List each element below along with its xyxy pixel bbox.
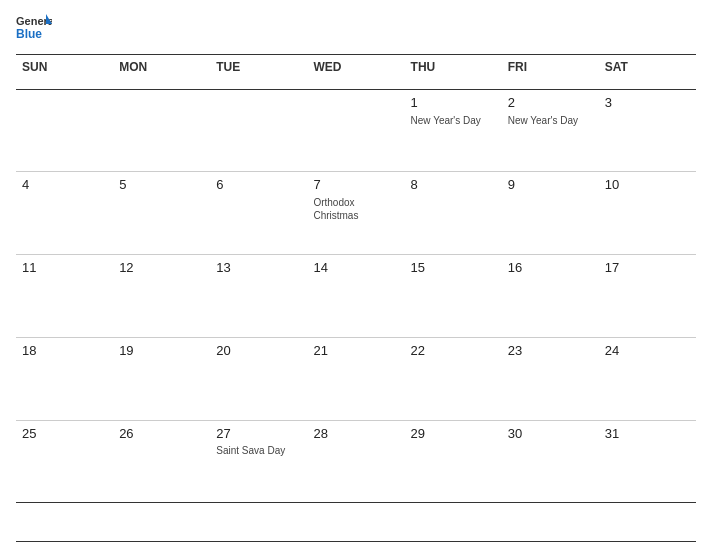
- day-number: 12: [119, 260, 133, 277]
- svg-text:Blue: Blue: [16, 27, 42, 41]
- day-number: 8: [411, 177, 418, 194]
- day-number: 26: [119, 426, 133, 443]
- day-cell: 14: [307, 255, 404, 338]
- day-cell: 1New Year's Day: [405, 90, 502, 173]
- day-cell: 11: [16, 255, 113, 338]
- day-number: 13: [216, 260, 230, 277]
- day-number: 16: [508, 260, 522, 277]
- weekday-header: SUN: [16, 55, 113, 90]
- weekday-header: THU: [405, 55, 502, 90]
- day-number: 22: [411, 343, 425, 360]
- empty-cell: [405, 503, 502, 542]
- day-number: 28: [313, 426, 327, 443]
- day-number: 10: [605, 177, 619, 194]
- day-number: 6: [216, 177, 223, 194]
- weekday-header: TUE: [210, 55, 307, 90]
- day-number: 17: [605, 260, 619, 277]
- day-event: New Year's Day: [411, 114, 481, 127]
- day-number: 1: [411, 95, 418, 112]
- calendar-container: General Blue SUNMONTUEWEDTHUFRISAT1New Y…: [0, 0, 712, 550]
- day-cell: 3: [599, 90, 696, 173]
- day-cell: 10: [599, 172, 696, 255]
- empty-cell: [210, 503, 307, 542]
- day-event: Orthodox Christmas: [313, 196, 398, 222]
- weekday-header: MON: [113, 55, 210, 90]
- day-number: 25: [22, 426, 36, 443]
- day-number: 19: [119, 343, 133, 360]
- calendar-header: General Blue: [16, 12, 696, 48]
- day-cell: 26: [113, 421, 210, 504]
- day-number: 21: [313, 343, 327, 360]
- day-cell: 9: [502, 172, 599, 255]
- day-number: 18: [22, 343, 36, 360]
- day-cell: 30: [502, 421, 599, 504]
- day-number: 23: [508, 343, 522, 360]
- weekday-header: WED: [307, 55, 404, 90]
- day-cell: 12: [113, 255, 210, 338]
- day-number: 30: [508, 426, 522, 443]
- day-cell: 6: [210, 172, 307, 255]
- day-cell: 4: [16, 172, 113, 255]
- day-number: 27: [216, 426, 230, 443]
- day-number: 5: [119, 177, 126, 194]
- logo: General Blue: [16, 12, 52, 48]
- weekday-header: FRI: [502, 55, 599, 90]
- day-cell: 19: [113, 338, 210, 421]
- day-cell: 13: [210, 255, 307, 338]
- day-number: 14: [313, 260, 327, 277]
- empty-cell: [307, 90, 404, 173]
- empty-cell: [113, 503, 210, 542]
- day-cell: 23: [502, 338, 599, 421]
- day-number: 11: [22, 260, 36, 277]
- empty-cell: [113, 90, 210, 173]
- day-number: 20: [216, 343, 230, 360]
- weekday-header: SAT: [599, 55, 696, 90]
- empty-cell: [502, 503, 599, 542]
- empty-cell: [16, 90, 113, 173]
- day-cell: 16: [502, 255, 599, 338]
- day-number: 4: [22, 177, 29, 194]
- empty-cell: [307, 503, 404, 542]
- day-cell: 18: [16, 338, 113, 421]
- day-cell: 24: [599, 338, 696, 421]
- day-cell: 15: [405, 255, 502, 338]
- day-cell: 2New Year's Day: [502, 90, 599, 173]
- logo-icon: General Blue: [16, 12, 52, 48]
- empty-cell: [599, 503, 696, 542]
- day-cell: 21: [307, 338, 404, 421]
- day-cell: 7Orthodox Christmas: [307, 172, 404, 255]
- day-event: New Year's Day: [508, 114, 578, 127]
- day-cell: 22: [405, 338, 502, 421]
- day-cell: 29: [405, 421, 502, 504]
- day-number: 15: [411, 260, 425, 277]
- day-number: 24: [605, 343, 619, 360]
- day-cell: 28: [307, 421, 404, 504]
- day-cell: 8: [405, 172, 502, 255]
- day-cell: 17: [599, 255, 696, 338]
- day-cell: 25: [16, 421, 113, 504]
- day-number: 2: [508, 95, 515, 112]
- empty-cell: [16, 503, 113, 542]
- day-number: 3: [605, 95, 612, 112]
- day-number: 7: [313, 177, 320, 194]
- day-number: 9: [508, 177, 515, 194]
- day-number: 31: [605, 426, 619, 443]
- calendar-grid: SUNMONTUEWEDTHUFRISAT1New Year's Day2New…: [16, 55, 696, 542]
- empty-cell: [210, 90, 307, 173]
- day-cell: 20: [210, 338, 307, 421]
- day-event: Saint Sava Day: [216, 444, 285, 457]
- day-number: 29: [411, 426, 425, 443]
- day-cell: 31: [599, 421, 696, 504]
- day-cell: 27Saint Sava Day: [210, 421, 307, 504]
- day-cell: 5: [113, 172, 210, 255]
